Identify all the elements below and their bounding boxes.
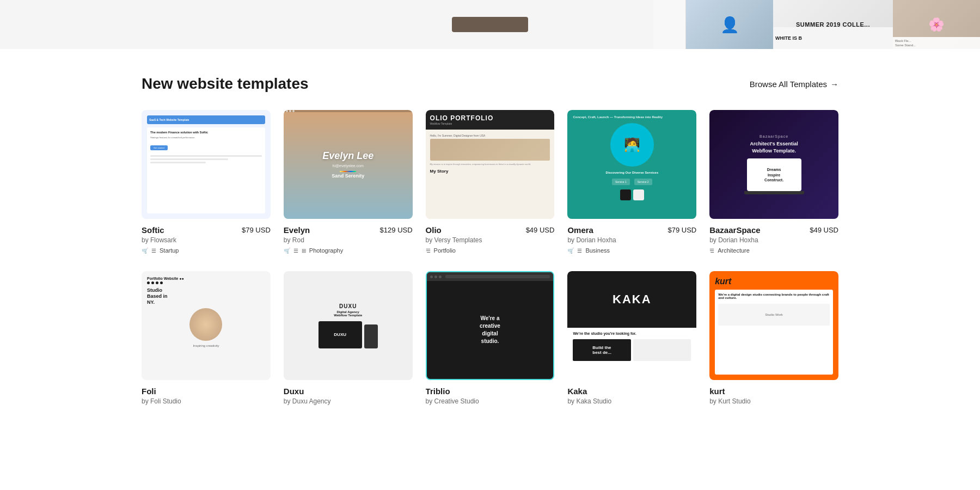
section-header: New website templates Browse All Templat… (142, 49, 838, 110)
template-preview-kurt: kurt We're a digital design studio conne… (709, 271, 838, 380)
template-card-kurt[interactable]: kurt We're a digital design studio conne… (709, 271, 838, 408)
template-grid-row2: Portfolio Website ●● StudioBased inNY. I… (142, 271, 838, 408)
evelyn-price: $129 USD (380, 226, 413, 234)
template-card-softic[interactable]: SaaS & Tech Website Template The modern … (142, 110, 271, 254)
kurt-author: by Kurt Studio (709, 397, 838, 405)
strip-image-3: 🌸 Black Fle... Some Stand... (893, 0, 980, 49)
template-card-bazaarspace[interactable]: BazaarSpace Architect's EssentialWebflow… (709, 110, 838, 254)
strip-image-1: 👤 (686, 0, 773, 49)
strip-sidebar (653, 0, 686, 49)
olio-price: $49 USD (526, 226, 555, 234)
creative-text: We're acreativedigitalstudio. (480, 315, 500, 345)
strip-image-2: SUMMER 2019 COLLE... WHITE IS B (773, 0, 893, 49)
template-card-evelyn[interactable]: Evelyn Lee hi@evelynlee.com Sand Serenit… (284, 110, 413, 254)
bazaar-brand: BazaarSpace (759, 134, 788, 138)
template-preview-evelyn: Evelyn Lee hi@evelynlee.com Sand Serenit… (284, 110, 413, 219)
omera-name: Omera (567, 225, 593, 235)
creative-author: by Creative Studio (426, 397, 555, 405)
template-preview-omera: Concept, Craft, Launch — Transforming Id… (567, 110, 696, 219)
browse-all-text: Browse All Templates (750, 79, 827, 89)
grid-icon: ⊞ (302, 248, 306, 254)
bazaar-title: Architect's EssentialWebflow Template. (750, 140, 798, 154)
list-icon: ☰ (426, 248, 431, 254)
bazaar-author: by Dorian Hoxha (709, 236, 838, 244)
template-grid-row1: SaaS & Tech Website Template The modern … (142, 110, 838, 254)
template-preview-duxu: DUXU Digital AgencyWebflow Template DUXU (284, 271, 413, 380)
template-info-bazaar: BazaarSpace $49 USD by Dorian Hoxha ☰ Ar… (709, 219, 838, 254)
kurt-brand: kurt (715, 277, 833, 286)
evelyn-tag-label: Photography (309, 247, 343, 254)
strip-images: 👤 SUMMER 2019 COLLE... WHITE IS B 🌸 Blac… (653, 0, 980, 49)
duxu-sub: Digital AgencyWebflow Template (334, 310, 362, 317)
template-card-kaka[interactable]: KAKA We're the studio you're looking for… (567, 271, 696, 408)
kaka-sub: We're the studio you're looking for. (573, 331, 691, 336)
kaka-name: Kaka (567, 387, 587, 396)
olio-tags: ☰ Portfolio (426, 247, 555, 254)
template-info-portfolio: Foli by Foli Studio (142, 380, 271, 405)
list-icon: ☰ (293, 248, 298, 254)
evelyn-sub: Sand Serenity (332, 173, 364, 179)
portfolio-name: Foli (142, 387, 156, 396)
template-info-duxu: Duxu by Duxu Agency (284, 380, 413, 405)
creative-name: Triblio (426, 387, 450, 396)
template-card-portfolio[interactable]: Portfolio Website ●● StudioBased inNY. I… (142, 271, 271, 408)
omera-author: by Dorian Hoxha (567, 236, 696, 244)
softic-price: $79 USD (242, 226, 271, 234)
browse-arrow-icon: → (830, 79, 838, 89)
softic-hero: The modern Finance solution with Softic … (147, 127, 265, 213)
bazaar-tag-label: Architecture (718, 247, 750, 254)
evelyn-tags: 🛒 ☰ ⊞ Photography (284, 247, 413, 254)
main-content: New website templates Browse All Templat… (109, 49, 871, 408)
list-icon: ☰ (577, 248, 582, 254)
evelyn-name: Evelyn Lee (322, 150, 373, 162)
omera-circle: 🧑‍💻 (610, 123, 654, 167)
softic-author: by Flowsark (142, 236, 271, 244)
template-info-kaka: Kaka by Kaka Studio (567, 380, 696, 405)
olio-name: Olio (426, 225, 442, 235)
template-card-omera[interactable]: Concept, Craft, Launch — Transforming Id… (567, 110, 696, 254)
olio-tag-label: Portfolio (434, 247, 456, 254)
list-icon: ☰ (151, 248, 156, 254)
template-preview-creative: We're acreativedigitalstudio. (426, 271, 555, 380)
template-preview-bazaar: BazaarSpace Architect's EssentialWebflow… (709, 110, 838, 219)
duxu-brand: DUXU (339, 303, 357, 309)
bazaar-laptop: DreamsInspireConstruct. (747, 158, 801, 191)
cart-icon: 🛒 (567, 248, 574, 254)
bazaar-tags: ☰ Architecture (709, 247, 838, 254)
kurt-name: kurt (709, 387, 725, 396)
template-preview-kaka: KAKA We're the studio you're looking for… (567, 271, 696, 380)
template-preview-portfolio: Portfolio Website ●● StudioBased inNY. I… (142, 271, 271, 380)
softic-header: SaaS & Tech Website Template (147, 115, 265, 124)
cart-icon: 🛒 (284, 248, 290, 254)
evelyn-author: by Rod (284, 236, 413, 244)
top-strip: 👤 SUMMER 2019 COLLE... WHITE IS B 🌸 Blac… (0, 0, 980, 49)
cart-icon: 🛒 (142, 248, 148, 254)
omera-price: $79 USD (667, 226, 696, 234)
template-info-softic: Softic $79 USD by Flowsark 🛒 ☰ Startup (142, 219, 271, 254)
strip-bar (452, 17, 528, 32)
omera-tags: 🛒 ☰ Business (567, 247, 696, 254)
duxu-name: Duxu (284, 387, 304, 396)
softic-tags: 🛒 ☰ Startup (142, 247, 271, 254)
evelyn-email: hi@evelynlee.com (333, 164, 364, 168)
template-info-olio: Olio $49 USD by Versy Templates ☰ Portfo… (426, 219, 555, 254)
template-card-olio[interactable]: OLIO PORTFOLIO Webflow Template Hello, I… (426, 110, 555, 254)
template-preview-olio: OLIO PORTFOLIO Webflow Template Hello, I… (426, 110, 555, 219)
template-card-creative[interactable]: We're acreativedigitalstudio. Triblio by… (426, 271, 555, 408)
template-card-duxu[interactable]: DUXU Digital AgencyWebflow Template DUXU… (284, 271, 413, 408)
evelyn-name-label: Evelyn (284, 225, 310, 235)
bazaar-price: $49 USD (810, 226, 838, 234)
olio-author: by Versy Templates (426, 236, 555, 244)
template-info-kurt: kurt by Kurt Studio (709, 380, 838, 405)
portfolio-author: by Foli Studio (142, 397, 271, 405)
template-preview-softic: SaaS & Tech Website Template The modern … (142, 110, 271, 219)
browse-all-link[interactable]: Browse All Templates → (750, 79, 838, 89)
section-title: New website templates (142, 75, 309, 93)
template-info-evelyn: Evelyn $129 USD by Rod 🛒 ☰ ⊞ Photography (284, 219, 413, 254)
duxu-author: by Duxu Agency (284, 397, 413, 405)
template-info-creative: Triblio by Creative Studio (426, 380, 555, 405)
omera-tag-label: Business (585, 247, 610, 254)
list-icon: ☰ (709, 248, 714, 254)
template-info-omera: Omera $79 USD by Dorian Hoxha 🛒 ☰ Busine… (567, 219, 696, 254)
kaka-author: by Kaka Studio (567, 397, 696, 405)
